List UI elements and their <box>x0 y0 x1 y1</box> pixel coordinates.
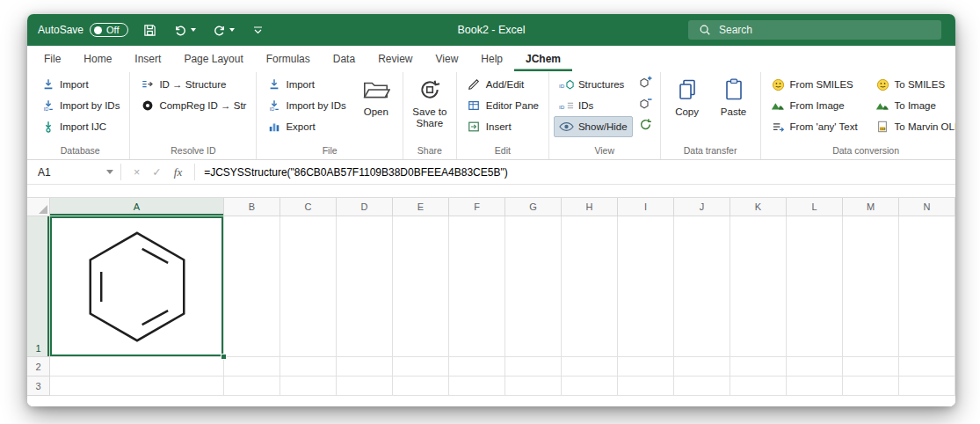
cell-f1[interactable] <box>449 216 505 357</box>
cell-e1[interactable] <box>393 216 449 357</box>
column-header-h[interactable]: H <box>562 198 618 216</box>
cell-m2[interactable] <box>843 357 899 376</box>
tab-formulas[interactable]: Formulas <box>255 46 322 71</box>
column-header-f[interactable]: F <box>449 198 505 216</box>
add-structure-button[interactable] <box>635 74 656 94</box>
cell-f3[interactable] <box>449 376 505 396</box>
search-box[interactable]: Search <box>688 20 941 40</box>
column-header-m[interactable]: M <box>843 198 899 216</box>
to-marvin-ole-button[interactable]: OLE To Marvin OLE <box>870 116 955 137</box>
cell-g3[interactable] <box>505 376 562 396</box>
tab-help[interactable]: Help <box>469 46 514 71</box>
undo-button[interactable] <box>171 21 198 39</box>
database-import-ijc-button[interactable]: Import IJC <box>35 116 125 137</box>
database-import-button[interactable]: Import <box>35 74 125 95</box>
cell-j3[interactable] <box>674 376 730 396</box>
file-export-button[interactable]: Export <box>261 116 351 137</box>
file-import-button[interactable]: Import <box>261 74 351 95</box>
cell-b3[interactable] <box>224 376 280 396</box>
cell-i3[interactable] <box>618 376 674 396</box>
cell-m1[interactable] <box>843 216 899 357</box>
cell-e3[interactable] <box>393 376 449 396</box>
cell-a1[interactable] <box>50 216 224 357</box>
cell-a2[interactable] <box>50 357 224 376</box>
name-box-dropdown-caret[interactable] <box>106 170 113 174</box>
formula-input[interactable]: =JCSYSStructure("86CB0AB57F1109B38D0BFEE… <box>195 160 955 184</box>
from-image-button[interactable]: From Image <box>766 95 867 116</box>
cell-n3[interactable] <box>899 376 955 396</box>
cell-k1[interactable] <box>730 216 787 357</box>
cell-l2[interactable] <box>787 357 843 376</box>
cell-k3[interactable] <box>730 376 787 396</box>
cell-d1[interactable] <box>337 216 393 357</box>
refresh-structures-button[interactable] <box>635 116 656 136</box>
tab-data[interactable]: Data <box>322 46 367 71</box>
open-button[interactable]: Open <box>354 74 398 141</box>
row-header-2[interactable]: 2 <box>27 357 50 376</box>
autosave-toggle[interactable]: AutoSave Off <box>38 23 128 37</box>
save-to-share-button[interactable]: Save to Share <box>408 74 452 141</box>
cell-h1[interactable] <box>562 216 618 357</box>
compreg-id-to-str-button[interactable]: CompReg ID → Str <box>134 95 251 116</box>
tab-insert[interactable]: Insert <box>123 46 172 71</box>
tab-home[interactable]: Home <box>72 46 123 71</box>
view-ids-button[interactable]: ID IDs <box>554 95 633 116</box>
copy-button[interactable]: Copy <box>665 74 709 141</box>
column-header-j[interactable]: J <box>674 198 730 216</box>
from-smiles-button[interactable]: From SMILES <box>766 74 867 95</box>
from-any-text-button[interactable]: From 'any' Text <box>766 116 867 137</box>
cell-i1[interactable] <box>618 216 674 357</box>
save-button[interactable] <box>141 21 159 39</box>
insert-button[interactable]: Insert <box>461 116 544 137</box>
cell-h2[interactable] <box>562 357 618 376</box>
select-all-button[interactable] <box>27 198 50 216</box>
cell-d3[interactable] <box>337 376 393 396</box>
show-hide-button[interactable]: Show/Hide <box>554 116 633 137</box>
row-header-3[interactable]: 3 <box>27 376 50 396</box>
database-import-by-ids-button[interactable]: ID Import by IDs <box>35 95 125 116</box>
cell-n2[interactable] <box>899 357 955 376</box>
column-header-g[interactable]: G <box>505 198 562 216</box>
cell-b2[interactable] <box>224 357 280 376</box>
file-import-by-ids-button[interactable]: ID Import by IDs <box>261 95 351 116</box>
cell-j1[interactable] <box>674 216 730 357</box>
cell-k2[interactable] <box>730 357 787 376</box>
column-header-c[interactable]: C <box>280 198 337 216</box>
cell-d2[interactable] <box>337 357 393 376</box>
paste-button[interactable]: Paste <box>712 74 756 141</box>
cell-b1[interactable] <box>224 216 280 357</box>
cell-l1[interactable] <box>787 216 843 357</box>
cell-l3[interactable] <box>787 376 843 396</box>
row-header-1[interactable]: 1 <box>27 216 50 357</box>
column-header-b[interactable]: B <box>224 198 280 216</box>
tab-file[interactable]: File <box>33 46 72 71</box>
cell-c1[interactable] <box>280 216 337 357</box>
tab-review[interactable]: Review <box>367 46 424 71</box>
cell-g2[interactable] <box>505 357 562 376</box>
to-smiles-button[interactable]: To SMILES <box>870 74 955 95</box>
cancel-button[interactable]: × <box>134 166 140 179</box>
quick-access-customize-button[interactable] <box>249 21 267 39</box>
name-box[interactable]: A1 <box>27 160 120 184</box>
cell-a3[interactable] <box>50 376 224 396</box>
column-header-l[interactable]: L <box>787 198 843 216</box>
fill-handle[interactable] <box>221 354 227 360</box>
cell-n1[interactable] <box>899 216 955 357</box>
cell-j2[interactable] <box>674 357 730 376</box>
redo-button[interactable] <box>210 21 236 39</box>
remove-structure-button[interactable] <box>635 95 656 115</box>
view-structures-button[interactable]: ID Structures <box>554 74 633 95</box>
tab-view[interactable]: View <box>425 46 470 71</box>
column-header-n[interactable]: N <box>899 198 955 216</box>
insert-function-button[interactable]: fx <box>174 165 182 179</box>
to-image-button[interactable]: To Image <box>870 95 955 116</box>
column-header-k[interactable]: K <box>730 198 787 216</box>
editor-pane-button[interactable]: Editor Pane <box>461 95 544 116</box>
cell-g1[interactable] <box>505 216 562 357</box>
tab-jchem[interactable]: JChem <box>514 46 572 71</box>
enter-button[interactable]: ✓ <box>152 165 161 179</box>
cell-m3[interactable] <box>843 376 899 396</box>
column-header-e[interactable]: E <box>393 198 449 216</box>
column-header-i[interactable]: I <box>618 198 674 216</box>
cell-i2[interactable] <box>618 357 674 376</box>
